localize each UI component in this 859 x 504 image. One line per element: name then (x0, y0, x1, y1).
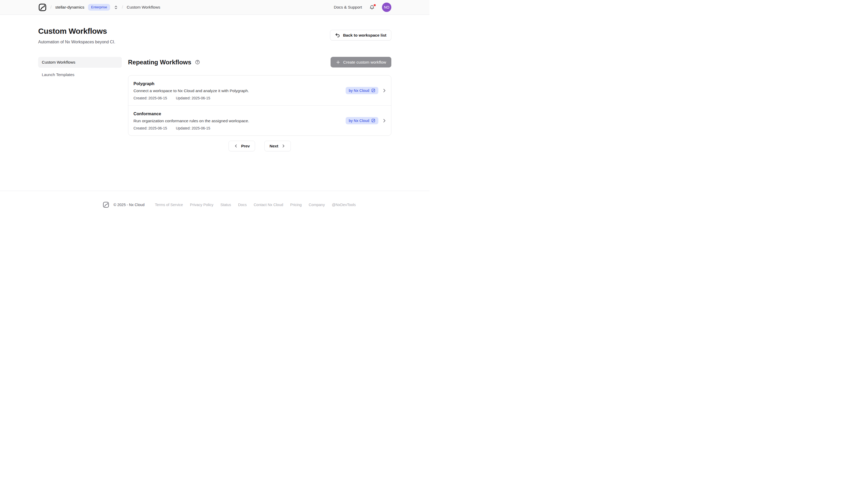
prev-label: Prev (241, 144, 250, 149)
create-button-label: Create custom workflow (343, 60, 386, 65)
create-custom-workflow-button[interactable]: Create custom workflow (331, 57, 391, 67)
workflow-updated: Updated: 2025-06-15 (176, 96, 210, 100)
next-page-button[interactable]: Next (265, 141, 291, 151)
chevron-left-icon (234, 144, 238, 148)
badge-label: by Nx Cloud (349, 89, 369, 93)
page: / stellar-dynamics Enterprise / Custom W… (0, 0, 430, 252)
footer-link-nxdevtools[interactable]: @NxDevTools (332, 203, 356, 207)
notifications-button[interactable] (369, 4, 375, 10)
footer-link-status[interactable]: Status (221, 203, 231, 207)
notification-dot (373, 4, 376, 7)
workflow-description: Connect a workspace to Nx Cloud and anal… (134, 88, 249, 93)
by-nx-cloud-badge[interactable]: by Nx Cloud (346, 87, 378, 94)
section-title: Repeating Workflows (128, 59, 191, 66)
docs-support-link[interactable]: Docs & Support (334, 5, 362, 10)
topbar-actions: Docs & Support NO (334, 3, 391, 12)
sidebar-item-custom-workflows[interactable]: Custom Workflows (38, 57, 122, 68)
workspace-switcher[interactable] (114, 5, 118, 10)
copyright: © 2025 - Nx Cloud (114, 203, 145, 207)
chevron-right-icon (281, 144, 286, 148)
breadcrumb-separator: / (122, 5, 123, 10)
nx-logo-icon (371, 89, 375, 92)
footer-link-privacy[interactable]: Privacy Policy (190, 203, 213, 207)
workflow-updated: Updated: 2025-06-15 (176, 126, 210, 130)
breadcrumb-page[interactable]: Custom Workflows (127, 5, 160, 10)
sidebar-item-launch-templates[interactable]: Launch Templates (38, 69, 122, 80)
back-button-label: Back to workspace list (343, 33, 387, 37)
workflow-created: Created: 2025-06-15 (134, 126, 167, 130)
plan-badge: Enterprise (88, 4, 110, 11)
footer-link-pricing[interactable]: Pricing (290, 203, 302, 207)
by-nx-cloud-badge[interactable]: by Nx Cloud (346, 117, 378, 124)
workflow-row-polygraph[interactable]: Polygraph Connect a workspace to Nx Clou… (128, 76, 391, 105)
page-subtitle: Automation of Nx Workspaces beyond CI. (38, 40, 115, 44)
breadcrumb-separator: / (50, 5, 52, 10)
back-to-workspace-list-button[interactable]: Back to workspace list (330, 30, 391, 41)
footer-links: Terms of Service Privacy Policy Status D… (155, 203, 356, 207)
workflow-created: Created: 2025-06-15 (134, 96, 167, 100)
prev-page-button[interactable]: Prev (228, 141, 255, 151)
page-title: Custom Workflows (38, 27, 115, 35)
back-arrow-icon (335, 33, 340, 38)
chevron-right-icon (382, 118, 387, 123)
workflow-list: Polygraph Connect a workspace to Nx Clou… (128, 75, 391, 136)
main-panel: Repeating Workflows (128, 57, 391, 151)
chevron-right-icon (382, 88, 387, 93)
breadcrumb: / stellar-dynamics Enterprise / Custom W… (38, 3, 160, 12)
breadcrumb-org[interactable]: stellar-dynamics (55, 5, 85, 10)
nx-logo-icon (371, 119, 375, 122)
footer-link-contact[interactable]: Contact Nx Cloud (254, 203, 283, 207)
help-icon[interactable] (195, 60, 200, 65)
workflow-description: Run organization conformance rules on th… (134, 118, 249, 124)
footer-link-docs[interactable]: Docs (238, 203, 247, 207)
sidebar: Custom Workflows Launch Templates (38, 57, 122, 151)
footer: © 2025 - Nx Cloud Terms of Service Priva… (0, 191, 430, 208)
footer-link-company[interactable]: Company (309, 203, 325, 207)
workflow-name: Conformance (134, 111, 249, 117)
pagination: Prev Next (128, 141, 391, 151)
page-header: Custom Workflows Automation of Nx Worksp… (38, 15, 391, 44)
badge-label: by Nx Cloud (349, 119, 369, 123)
footer-link-terms[interactable]: Terms of Service (155, 203, 183, 207)
avatar[interactable]: NO (382, 3, 391, 12)
topbar: / stellar-dynamics Enterprise / Custom W… (0, 0, 430, 15)
nx-logo-icon[interactable] (38, 3, 47, 12)
next-label: Next (270, 144, 278, 149)
plus-icon (336, 60, 341, 65)
workflow-name: Polygraph (134, 81, 249, 87)
workflow-row-conformance[interactable]: Conformance Run organization conformance… (128, 105, 391, 136)
nx-logo-icon (103, 201, 109, 208)
